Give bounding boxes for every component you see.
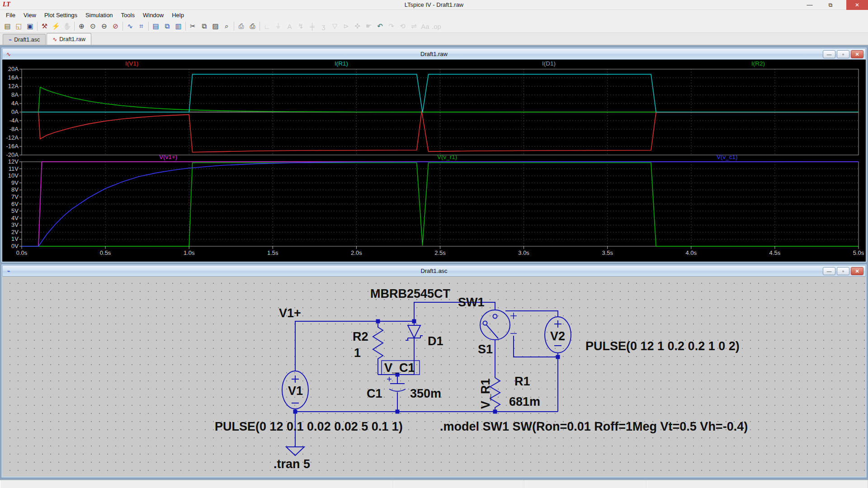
zoom-out-icon[interactable]: ⊖ (99, 21, 110, 32)
zoom-area-icon[interactable]: ⊕ (76, 21, 87, 32)
find-icon[interactable]: ⌕ (221, 21, 232, 32)
schematic-text[interactable]: V1 (288, 384, 303, 398)
y-axis-tick-label: 7V (11, 193, 19, 200)
schematic-window: ⌁ Draft1.asc — ▫ ✕ (1, 264, 867, 478)
drag-icon: ☛ (363, 21, 374, 32)
tab-draft1-raw[interactable]: ∿ Draft1.raw (47, 33, 91, 45)
waveform-plot[interactable]: 20A16A12A8A4A0A-4A-8A-12A-16A-20AI(D1)I(… (2, 60, 866, 262)
menu-item-tools[interactable]: Tools (117, 11, 139, 19)
menu-item-view[interactable]: View (19, 11, 40, 19)
tile-vertical-icon[interactable]: ▥ (173, 21, 184, 32)
title-bar[interactable]: LT LTspice IV - Draft1.raw — ⧉ ✕ (0, 0, 868, 10)
schematic-canvas[interactable]: MBRB2545CTSW1V1+R21D1S1V_C1C1350mV1V2PUL… (2, 277, 866, 477)
status-cell (393, 480, 524, 488)
schematic-text[interactable]: 1 (354, 346, 361, 360)
trace-label-I(V1)[interactable]: I(V1) (125, 60, 138, 67)
close-button[interactable]: ✕ (846, 0, 868, 10)
paste-icon[interactable]: ▨ (210, 21, 221, 32)
undo-icon[interactable]: ↶ (374, 21, 386, 32)
tab-label: Draft1.asc (14, 37, 40, 43)
restore-button[interactable]: ⧉ (823, 0, 838, 10)
trace-label-I(R1)[interactable]: I(R1) (335, 60, 348, 67)
x-axis-tick-label: 1.0s (184, 249, 195, 256)
waveform-plot-canvas[interactable]: 20A16A12A8A4A0A-4A-8A-12A-16A-20AI(D1)I(… (2, 60, 866, 262)
schematic-text[interactable]: R1 (514, 375, 530, 388)
schematic-restore-button[interactable]: ▫ (837, 267, 849, 275)
autorange-icon[interactable]: ∿ (124, 21, 136, 32)
y-axis-tick-label: -8A (9, 126, 19, 132)
schematic-text[interactable]: .model SW1 SW(Ron=0.01 Roff=1Meg Vt=0.5 … (440, 420, 748, 433)
new-schematic-icon[interactable]: ▤ (2, 21, 13, 32)
zoom-back-icon[interactable]: ⊙ (87, 21, 99, 32)
menu-item-file[interactable]: File (2, 11, 19, 19)
status-cell (646, 480, 868, 488)
window-title: LTspice IV - Draft1.raw (0, 1, 868, 8)
schematic-text[interactable]: 681m (509, 395, 540, 408)
copy-icon[interactable]: ⧉ (198, 21, 210, 32)
menu-item-window[interactable]: Window (139, 11, 168, 19)
schematic-text[interactable]: V_R1 (479, 378, 492, 409)
status-cell (524, 480, 646, 488)
schematic-window-titlebar[interactable]: ⌁ Draft1.asc — ▫ ✕ (2, 265, 866, 277)
schematic-text[interactable]: R2 (353, 330, 368, 343)
trace-label-I(D1)[interactable]: I(D1) (542, 60, 556, 67)
schematic-text[interactable]: V2 (550, 329, 565, 343)
schematic-text[interactable]: MBRB2545CT (370, 287, 451, 300)
schematic-text[interactable]: SW1 (458, 296, 485, 309)
waveform-restore-button[interactable]: ▫ (837, 50, 849, 58)
schematic-text[interactable]: .tran 5 (274, 457, 310, 471)
menu-item-simulation[interactable]: Simulation (81, 11, 117, 19)
schematic-text[interactable]: V_C1 (384, 361, 415, 375)
schematic-text[interactable]: S1 (478, 343, 493, 356)
toolbar-separator (37, 22, 38, 31)
open-icon[interactable]: ◱ (13, 21, 24, 32)
plot-settings-icon[interactable]: ⌗ (136, 21, 147, 32)
save-icon[interactable]: ▣ (24, 21, 36, 32)
y-axis-tick-label: 8A (11, 91, 19, 98)
cascade-icon[interactable]: ⧉ (161, 21, 173, 32)
schematic-text[interactable]: PULSE(0 12 1 0.2 0.2 1 0 2) (585, 339, 740, 353)
x-axis-tick-label: 5.0s (853, 249, 864, 256)
capacitor-icon: ╪ (307, 21, 318, 32)
tab-draft1-asc[interactable]: ⌁ Draft1.asc (3, 34, 46, 45)
y-axis-tick-label: -20A (6, 151, 19, 158)
y-axis-tick-label: 5V (11, 207, 19, 214)
tile-horizontal-icon[interactable]: ▤ (150, 21, 161, 32)
y-axis-tick-label: 20A (8, 66, 19, 72)
print-icon[interactable]: ⎙ (247, 21, 258, 32)
schematic-text[interactable]: 350m (410, 387, 441, 400)
schematic-text[interactable]: PULSE(0 12 0.1 0.02 0.02 5 0.1 1) (215, 420, 403, 433)
diode-icon: ▽ (329, 21, 340, 32)
schematic-close-button[interactable]: ✕ (851, 267, 863, 275)
capacitor-C1[interactable] (387, 375, 406, 412)
minimize-button[interactable]: — (802, 0, 817, 10)
trace-label-V(v1+)[interactable]: V(v1+) (159, 154, 177, 160)
waveform-minimize-button[interactable]: — (823, 50, 835, 58)
waveform-window-titlebar[interactable]: ∿ Draft1.raw — ▫ ✕ (2, 48, 866, 60)
schematic-text[interactable]: C1 (367, 387, 382, 400)
waveform-close-button[interactable]: ✕ (851, 50, 863, 58)
trace-label-V(v_c1)[interactable]: V(v_c1) (717, 154, 738, 160)
run-icon[interactable]: ⚡ (50, 21, 61, 32)
y-axis-tick-label: 12V (8, 158, 19, 165)
schematic-text[interactable]: V1+ (279, 306, 301, 320)
control-panel-icon[interactable]: ⚒ (39, 21, 50, 32)
zoom-fit-icon[interactable]: ⊘ (110, 21, 121, 32)
print-preview-icon[interactable]: ⎙ (236, 21, 247, 32)
trace-label-I(R2)[interactable]: I(R2) (751, 60, 765, 67)
y-axis-tick-label: 2V (11, 229, 19, 235)
trace-label-V(v_r1)[interactable]: V(v_r1) (437, 154, 457, 160)
schematic-window-title: Draft1.asc (3, 267, 865, 274)
move-icon: ✜ (352, 21, 363, 32)
schematic-minimize-button[interactable]: — (823, 267, 835, 275)
resistor-icon: ↯ (295, 21, 307, 32)
menu-item-help[interactable]: Help (168, 11, 188, 19)
menu-item-plot-settings[interactable]: Plot Settings (40, 11, 81, 19)
y-axis-tick-label: 11V (9, 165, 19, 172)
waveform-tab-icon: ∿ (52, 36, 57, 42)
y-axis-tick-label: 4A (11, 100, 19, 107)
y-axis-tick-label: 4V (11, 215, 19, 221)
cut-icon[interactable]: ✂ (187, 21, 198, 32)
ground-symbol[interactable] (286, 447, 304, 455)
schematic-text[interactable]: D1 (428, 334, 443, 348)
